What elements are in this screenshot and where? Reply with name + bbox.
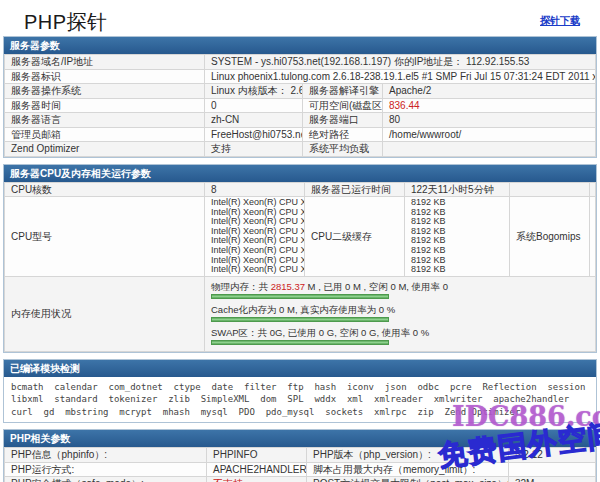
- abs-path-value: /home/wwwroot/: [383, 127, 596, 142]
- cpu-model-label: CPU型号: [5, 197, 205, 277]
- server-params-table: 服务器域名/IP地址 SYSTEM - ys.hi0753.net(192.16…: [4, 54, 596, 157]
- php-params-section: PHP相关参数 PHP信息（phpinfo）: PHPINFO PHP版本（ph…: [3, 429, 597, 482]
- cpu-model-lines: Intel(R) Xeon(R) CPU X3440 @ 2.53GHzInte…: [205, 197, 305, 277]
- server-port-label: 服务器端口: [303, 113, 383, 128]
- empty-cell: [510, 182, 590, 197]
- server-lang-value: zh-CN: [205, 113, 303, 128]
- memory-limit-label: 脚本占用最大内存（memory_limit）:: [307, 462, 509, 477]
- physical-memory-line: 物理内存：共 2815.37 M , 已用 0 M , 空闲 0 M, 使用率 …: [211, 280, 589, 293]
- abs-path-label: 绝对路径: [303, 127, 383, 142]
- server-ident-value: Linux phoenix1.tulong.com 2.6.18-238.19.…: [205, 69, 596, 84]
- server-params-header: 服务器参数: [4, 37, 596, 54]
- server-disk-value: 836.44: [383, 98, 596, 113]
- admin-email-label: 管理员邮箱: [5, 127, 205, 142]
- php-params-table: PHP信息（phpinfo）: PHPINFO PHP版本（php_versio…: [4, 447, 596, 482]
- server-time-value: 0: [205, 98, 303, 113]
- table-row: 服务器操作系统 Linux 内核版本： 2.6.18-238.19.1.el5 …: [5, 84, 596, 99]
- uptime-value: 122天11小时5分钟: [405, 182, 510, 197]
- table-row: CPU型号 Intel(R) Xeon(R) CPU X3440 @ 2.53G…: [5, 197, 596, 277]
- server-time-label: 服务器时间: [5, 98, 205, 113]
- cache-memory-bar: [211, 317, 389, 322]
- server-lang-label: 服务器语言: [5, 113, 205, 128]
- cpu-cores-label: CPU核数: [5, 182, 205, 197]
- safe-mode-value: 不支持: [207, 477, 307, 482]
- server-port-value: 80: [383, 113, 596, 128]
- table-row: CPU核数 8 服务器已运行时间 122天11小时5分钟: [5, 182, 596, 197]
- physical-memory-bar: [211, 294, 389, 299]
- uptime-label: 服务器已运行时间: [305, 182, 405, 197]
- load-avg-value: [383, 142, 596, 157]
- memory-usage-label: 内存使用状况: [5, 276, 205, 351]
- server-params-section: 服务器参数 服务器域名/IP地址 SYSTEM - ys.hi0753.net(…: [3, 36, 597, 158]
- modules-header: 已编译模块检测: [4, 360, 596, 377]
- php-params-header: PHP相关参数: [4, 430, 596, 447]
- cpu-memory-section: 服务器CPU及内存相关运行参数 CPU核数 8 服务器已运行时间 122天11小…: [3, 164, 597, 353]
- server-disk-label: 可用空间(磁盘区): [303, 98, 383, 113]
- page-title: PHP探针: [24, 9, 108, 36]
- php-sapi-label: PHP运行方式:: [5, 462, 207, 477]
- server-engine-label: 服务器解译引擎: [303, 84, 383, 99]
- post-max-size-label: POST方法提交最大限制（post_max_size）:: [307, 477, 509, 482]
- table-row: PHP运行方式: APACHE2HANDLER 脚本占用最大内存（memory_…: [5, 462, 596, 477]
- cpu-memory-header: 服务器CPU及内存相关运行参数: [4, 165, 596, 182]
- cpu-cores-value: 8: [205, 182, 305, 197]
- admin-email-value: FreeHost@hi0753.net: [205, 127, 303, 142]
- swap-bar: [211, 340, 389, 345]
- server-domain-label: 服务器域名/IP地址: [5, 55, 205, 70]
- php-version-value: 5.2.12: [509, 448, 596, 463]
- empty-cell: [590, 197, 596, 277]
- cache-memory-line: Cache化内存为 0 M, 真实内存使用率为 0 %: [211, 303, 589, 316]
- swap-line: SWAP区：共 0G, 已使用 0 G, 空闲 0 G, 使用率 0 %: [211, 326, 589, 339]
- phpinfo-label: PHP信息（phpinfo）:: [5, 448, 207, 463]
- server-ident-label: 服务器标识: [5, 69, 205, 84]
- table-row: 服务器语言 zh-CN 服务器端口 80: [5, 113, 596, 128]
- cpu-memory-table: CPU核数 8 服务器已运行时间 122天11小时5分钟 CPU型号 Intel…: [4, 182, 596, 352]
- cpu-cache-lines: 8192 KB8192 KB8192 KB8192 KB8192 KB8192 …: [405, 197, 510, 277]
- safe-mode-label: PHP安全模式（safe_mode）:: [5, 477, 207, 482]
- modules-list: bcmath calendar com_dotnet ctype date fi…: [4, 377, 596, 423]
- server-os-label: 服务器操作系统: [5, 84, 205, 99]
- top-bar: PHP探针 探针下载: [0, 0, 600, 36]
- table-row: PHP安全模式（safe_mode）: 不支持 POST方法提交最大限制（pos…: [5, 477, 596, 482]
- table-row: 服务器域名/IP地址 SYSTEM - ys.hi0753.net(192.16…: [5, 55, 596, 70]
- post-max-size-value: 32M: [509, 477, 596, 482]
- server-os-value: Linux 内核版本： 2.6.18-238.19.1.el5: [205, 84, 303, 99]
- table-row: 服务器标识 Linux phoenix1.tulong.com 2.6.18-2…: [5, 69, 596, 84]
- table-row: 内存使用状况 物理内存：共 2815.37 M , 已用 0 M , 空闲 0 …: [5, 276, 596, 351]
- server-engine-value: Apache/2: [383, 84, 596, 99]
- memory-limit-value: [509, 462, 596, 477]
- table-row: 服务器时间 0 可用空间(磁盘区) 836.44: [5, 98, 596, 113]
- bogomips-label: 系统Bogomips: [510, 197, 590, 277]
- table-row: PHP信息（phpinfo）: PHPINFO PHP版本（php_versio…: [5, 448, 596, 463]
- server-domain-value: SYSTEM - ys.hi0753.net(192.168.1.197) 你的…: [205, 55, 596, 70]
- zend-optimizer-value: 支持: [205, 142, 303, 157]
- modules-section: 已编译模块检测 bcmath calendar com_dotnet ctype…: [3, 359, 597, 424]
- content: 服务器参数 服务器域名/IP地址 SYSTEM - ys.hi0753.net(…: [0, 36, 600, 482]
- memory-usage-cell: 物理内存：共 2815.37 M , 已用 0 M , 空闲 0 M, 使用率 …: [205, 276, 596, 351]
- php-sapi-value: APACHE2HANDLER: [207, 462, 307, 477]
- probe-download-link[interactable]: 探针下载: [540, 14, 580, 28]
- table-row: 管理员邮箱 FreeHost@hi0753.net 绝对路径 /home/www…: [5, 127, 596, 142]
- load-avg-label: 系统平均负载: [303, 142, 383, 157]
- empty-cell: [590, 182, 596, 197]
- cpu-cache-label: CPU二级缓存: [305, 197, 405, 277]
- zend-optimizer-label: Zend Optimizer: [5, 142, 205, 157]
- php-version-label: PHP版本（php_version）:: [307, 448, 509, 463]
- table-row: Zend Optimizer 支持 系统平均负载: [5, 142, 596, 157]
- physical-memory-total: 2815.37: [271, 281, 305, 292]
- phpinfo-value[interactable]: PHPINFO: [207, 448, 307, 463]
